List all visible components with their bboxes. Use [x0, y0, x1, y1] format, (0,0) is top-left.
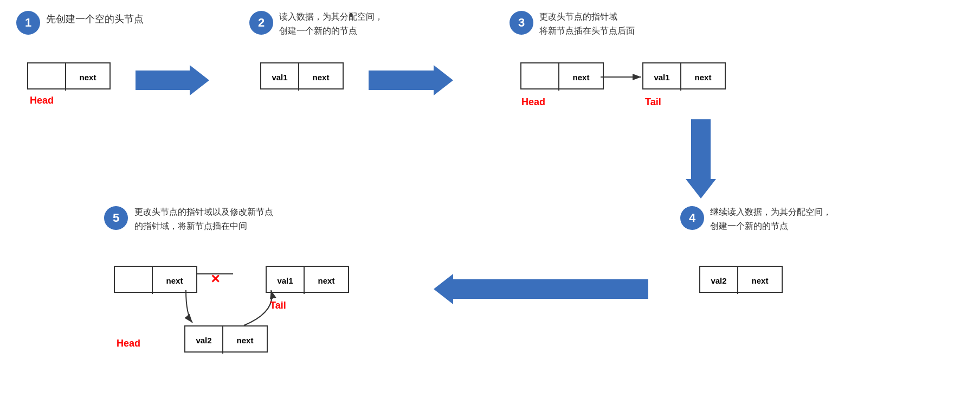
- step3-node2: val1 next: [642, 62, 726, 89]
- arrow-right-1: [136, 65, 209, 95]
- arrow-left-1: [434, 274, 648, 304]
- step3-node1: next: [520, 62, 604, 89]
- step1-node: next: [27, 62, 111, 89]
- step4-cell-val2: val2: [700, 267, 738, 294]
- step-circle-2: 2: [249, 11, 273, 35]
- step5-head-label: Head: [117, 338, 140, 349]
- step2-label: 读入数据，为其分配空间，创建一个新的的节点: [279, 10, 383, 37]
- step-circle-4: 4: [680, 206, 704, 230]
- arrow-right-2: [369, 65, 453, 95]
- step5-tail-label: Tail: [270, 300, 286, 311]
- step-circle-3: 3: [510, 11, 533, 35]
- step-circle-5: 5: [104, 206, 128, 230]
- step2-cell-val1: val1: [261, 63, 299, 91]
- step5-label: 更改头节点的指针域以及修改新节点的指针域，将新节点插在中间: [134, 205, 273, 233]
- step1-label: 先创建一个空的头节点: [46, 12, 144, 27]
- step1-cell-empty: [28, 63, 66, 91]
- step-circle-1: 1: [16, 11, 40, 35]
- step3-pointer-svg: [601, 71, 644, 84]
- step3-node1-empty: [521, 63, 559, 91]
- step2-node: val1 next: [260, 62, 344, 89]
- step1-cell-next: next: [66, 63, 109, 91]
- step3-node2-val1: val1: [643, 63, 681, 91]
- diagram: 1 先创建一个空的头节点 next Head 2 读入数据，为其分配空间，创建一…: [0, 0, 980, 397]
- step5-arrows-svg: [108, 260, 358, 380]
- step4-cell-next: next: [738, 267, 782, 294]
- step3-head-label: Head: [521, 97, 545, 108]
- arrow-down-1: [686, 119, 716, 198]
- step4-label: 继续读入数据，为其分配空间，创建一个新的的节点: [710, 205, 831, 233]
- step3-label: 更改头节点的指针域将新节点插在头节点后面: [539, 10, 635, 37]
- step1-head-label: Head: [30, 95, 54, 106]
- step3-tail-label: Tail: [645, 97, 661, 108]
- step4-node: val2 next: [699, 266, 783, 293]
- step2-cell-next: next: [299, 63, 343, 91]
- step3-node2-next: next: [681, 63, 725, 91]
- step3-node1-next: next: [559, 63, 603, 91]
